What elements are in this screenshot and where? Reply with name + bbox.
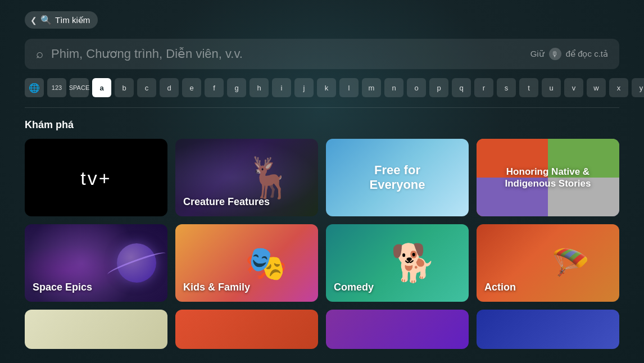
back-icon: ❮: [30, 16, 37, 25]
mic-icon: 🎙: [549, 48, 561, 60]
key-s[interactable]: s: [497, 78, 516, 97]
card-bottom-1[interactable]: [25, 310, 167, 349]
card-bottom-4[interactable]: [477, 310, 619, 349]
top-bar: ❮ 🔍 Tìm kiếm: [25, 11, 619, 29]
key-m[interactable]: m: [362, 78, 381, 97]
letter-keys: b c d e f g h i j k l m n o p q r s t u …: [115, 78, 644, 97]
num-key[interactable]: 123: [47, 78, 66, 97]
key-p[interactable]: p: [429, 78, 448, 97]
key-y[interactable]: y: [632, 78, 644, 97]
key-h[interactable]: h: [250, 78, 269, 97]
globe-key[interactable]: 🌐: [25, 78, 44, 97]
card-space-epics[interactable]: Space Epics: [25, 224, 167, 302]
key-o[interactable]: o: [407, 78, 426, 97]
key-f[interactable]: f: [205, 78, 224, 97]
tvplus-text: tv+: [80, 167, 111, 189]
search-left: ⌕ Phim, Chương trình, Diễn viên, v.v.: [36, 47, 243, 61]
key-e[interactable]: e: [182, 78, 201, 97]
search-right: Giữ 🎙 để đọc c.tả: [530, 48, 608, 60]
card-grid-row2: Space Epics 🎭 Kids & Family 🐕 Comedy 🪂 A…: [25, 224, 619, 302]
key-n[interactable]: n: [384, 78, 403, 97]
key-a[interactable]: a: [92, 78, 111, 97]
card-bottom-2[interactable]: [175, 310, 318, 349]
card-action[interactable]: 🪂 Action: [477, 224, 619, 302]
key-t[interactable]: t: [519, 78, 538, 97]
card-creature-features[interactable]: 🦌 Creature Features: [175, 139, 318, 216]
keyboard: 🌐 123 SPACE a b c d e f g h i j k l m n …: [25, 78, 619, 108]
search-icon-nav: 🔍: [40, 15, 52, 25]
appletv-logo: tv+: [80, 166, 111, 189]
key-d[interactable]: d: [160, 78, 179, 97]
card-grid-row3: [25, 310, 619, 349]
hint2-text: để đọc c.tả: [566, 49, 608, 59]
key-j[interactable]: j: [294, 78, 314, 97]
card-free-everyone[interactable]: Free for Everyone: [326, 139, 469, 216]
card-label-comedy: Comedy: [334, 282, 461, 294]
key-l[interactable]: l: [339, 78, 359, 97]
card-label-kids: Kids & Family: [183, 282, 310, 294]
key-x[interactable]: x: [609, 78, 628, 97]
card-label-native: Honoring Native & Indigenous Stories: [484, 166, 613, 190]
card-appletv[interactable]: tv+: [25, 139, 167, 216]
search-placeholder: Phim, Chương trình, Diễn viên, v.v.: [51, 47, 243, 61]
back-button[interactable]: ❮ 🔍 Tìm kiếm: [25, 11, 98, 29]
key-b[interactable]: b: [115, 78, 134, 97]
key-i[interactable]: i: [272, 78, 291, 97]
card-comedy[interactable]: 🐕 Comedy: [326, 224, 469, 302]
card-label-action: Action: [484, 282, 611, 294]
section-title: Khám phá: [25, 119, 619, 131]
card-label-free: Free for Everyone: [362, 163, 433, 193]
card-kids-family[interactable]: 🎭 Kids & Family: [175, 224, 318, 302]
card-label-space: Space Epics: [33, 282, 160, 294]
key-v[interactable]: v: [564, 78, 583, 97]
search-icon: ⌕: [36, 47, 43, 61]
key-c[interactable]: c: [137, 78, 156, 97]
space-key[interactable]: SPACE: [70, 78, 89, 97]
key-q[interactable]: q: [452, 78, 471, 97]
card-label-creature: Creature Features: [183, 196, 310, 208]
card-grid-row1: tv+ 🦌 Creature Features Free for Everyon…: [25, 139, 619, 216]
key-u[interactable]: u: [542, 78, 561, 97]
nav-label: Tìm kiếm: [55, 15, 90, 25]
card-bottom-3[interactable]: [326, 310, 469, 349]
key-r[interactable]: r: [474, 78, 493, 97]
key-k[interactable]: k: [317, 78, 336, 97]
hint-text: Giữ: [530, 49, 545, 59]
card-honoring-native[interactable]: Honoring Native & Indigenous Stories: [477, 139, 619, 216]
key-w[interactable]: w: [587, 78, 606, 97]
search-bar[interactable]: ⌕ Phim, Chương trình, Diễn viên, v.v. Gi…: [25, 39, 619, 69]
planet-decoration: [117, 243, 156, 283]
key-g[interactable]: g: [227, 78, 246, 97]
